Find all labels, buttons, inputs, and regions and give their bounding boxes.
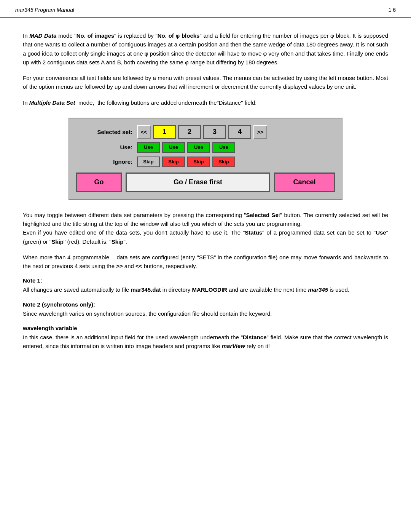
use-buttons: Use Use Use Use <box>137 142 235 153</box>
go-erase-button[interactable]: Go / Erase first <box>126 173 270 192</box>
selected-set-label: Selected set: <box>76 129 137 135</box>
use-button-4[interactable]: Use <box>212 142 235 153</box>
page-title: mar345 Program Manual <box>15 7 74 13</box>
set-button-4[interactable]: 4 <box>228 125 251 139</box>
paragraph-2: For your convenience all text fields are… <box>23 73 388 91</box>
ignore-label: Ignore: <box>76 158 137 165</box>
skip-button-2[interactable]: Skip <box>162 157 185 167</box>
set-button-2[interactable]: 2 <box>178 125 201 139</box>
selected-set-row: Selected set: << 1 2 3 4 >> <box>76 125 335 139</box>
use-button-3[interactable]: Use <box>187 142 210 153</box>
skip-button-4[interactable]: Skip <box>212 157 235 167</box>
skip-button-1[interactable]: Skip <box>137 157 160 167</box>
page-number: 1 6 <box>389 7 396 13</box>
page-header: mar345 Program Manual 1 6 <box>0 0 411 18</box>
paragraph-1: In MAD Data mode "No. of images" is repl… <box>23 31 388 67</box>
multiple-data-set-widget: Selected set: << 1 2 3 4 >> Use: Use Use… <box>68 118 342 200</box>
skip-buttons: Skip Skip Skip Skip <box>137 157 235 167</box>
nav-right-button[interactable]: >> <box>253 125 267 139</box>
post-paragraph-1: You may toggle between different data se… <box>23 211 388 246</box>
nav-left-button[interactable]: << <box>137 125 151 139</box>
cancel-button[interactable]: Cancel <box>274 173 335 192</box>
set-button-3[interactable]: 3 <box>203 125 226 139</box>
use-button-1[interactable]: Use <box>137 142 160 153</box>
skip-button-3[interactable]: Skip <box>187 157 210 167</box>
use-row: Use: Use Use Use Use <box>76 142 335 153</box>
note1-text: All changes are saved automatically to f… <box>23 285 388 294</box>
page-content: In MAD Data mode "No. of images" is repl… <box>0 18 411 372</box>
note2-heading: Note 2 (synchrotons only): <box>23 301 388 308</box>
paragraph-3: In Multiple Data Set mode, the following… <box>23 98 388 107</box>
note1-heading: Note 1: <box>23 277 388 284</box>
note2-text: Since wavelength varies on synchrotron s… <box>23 309 388 318</box>
keyword-line: wavelength variable <box>23 325 388 331</box>
action-buttons-row: Go Go / Erase first Cancel <box>76 173 335 192</box>
note2-continued: In this case, there is an additional inp… <box>23 333 388 351</box>
set-button-1[interactable]: 1 <box>153 125 176 139</box>
post-paragraph-2: When more than 4 programmable data sets … <box>23 253 388 271</box>
ignore-row: Ignore: Skip Skip Skip Skip <box>76 157 335 167</box>
go-button[interactable]: Go <box>76 173 122 192</box>
use-label: Use: <box>76 144 137 150</box>
use-button-2[interactable]: Use <box>162 142 185 153</box>
sets-container: << 1 2 3 4 >> <box>137 125 267 139</box>
